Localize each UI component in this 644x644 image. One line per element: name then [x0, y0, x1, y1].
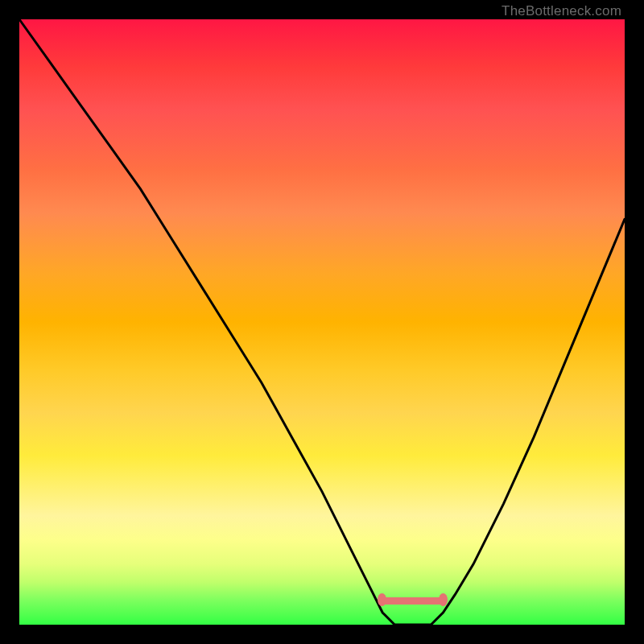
bottleneck-curve	[19, 19, 625, 625]
watermark-text: TheBottleneck.com	[502, 3, 621, 19]
optimal-zone-marker	[381, 597, 444, 605]
plot-area	[19, 19, 625, 625]
